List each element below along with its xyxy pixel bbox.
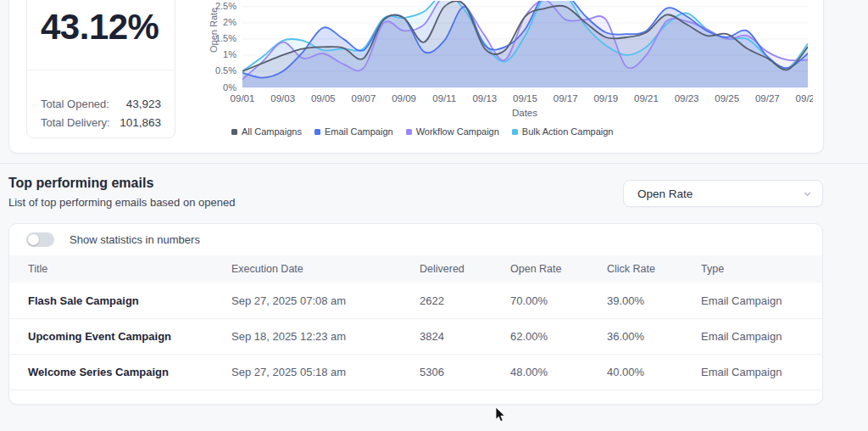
table-row[interactable]: Upcoming Event CampaignSep 18, 2025 12:2… xyxy=(9,318,822,354)
table-cell: 36.00% xyxy=(607,330,701,343)
show-statistics-toggle[interactable] xyxy=(26,232,54,247)
table-footer xyxy=(9,389,822,405)
column-header-delivered: Delivered xyxy=(420,263,510,275)
x-tick-label: 09/23 xyxy=(666,93,707,104)
y-tick-label: 0% xyxy=(196,82,236,93)
table-cell: 3824 xyxy=(420,330,510,343)
table-cell: 70.00% xyxy=(510,294,607,307)
table-cell: Email Campaign xyxy=(701,330,812,343)
section-subtitle: List of top performing emails based on o… xyxy=(8,196,235,209)
summary-divider xyxy=(27,70,175,70)
open-rate-summary-card: 43.12% Total Opened: 43,923 Total Delive… xyxy=(26,0,175,138)
table-cell: 48.00% xyxy=(510,366,607,378)
x-tick-label: 09/13 xyxy=(465,93,505,104)
legend-swatch xyxy=(231,129,237,135)
legend-item[interactable]: Email Campaign xyxy=(314,126,393,137)
table-cell: Sep 27, 2025 05:18 am xyxy=(231,366,420,378)
table-cell: Email Campaign xyxy=(701,366,812,378)
x-tick-label: 09/25 xyxy=(707,93,748,104)
legend-swatch xyxy=(314,129,320,135)
column-header-type: Type xyxy=(701,263,812,275)
open-rate-line-chart[interactable] xyxy=(242,1,808,89)
email-title-cell: Welcome Series Campaign xyxy=(28,366,231,378)
x-tick-label: 09/17 xyxy=(545,93,586,104)
legend-label: Email Campaign xyxy=(325,126,393,137)
metric-filter-dropdown[interactable]: Open Rate xyxy=(623,180,823,207)
legend-item[interactable]: Bulk Action Campaign xyxy=(512,126,614,137)
section-title: Top performing emails xyxy=(8,176,153,191)
table-body: Flash Sale CampaignSep 27, 2025 07:08 am… xyxy=(9,283,822,389)
total-delivery-label: Total Delivery: xyxy=(41,116,110,129)
table-cell: 5306 xyxy=(420,366,510,378)
email-title-cell: Upcoming Event Campaign xyxy=(28,330,231,343)
x-tick-label: 09/01 xyxy=(222,93,263,104)
x-tick-label: 09/29 xyxy=(787,93,813,104)
table-cell: 39.00% xyxy=(607,294,701,307)
email-title-cell: Flash Sale Campaign xyxy=(28,294,231,307)
x-tick-label: 09/05 xyxy=(303,93,343,104)
column-header-title: Title xyxy=(28,263,231,275)
column-header-open-rate: Open Rate xyxy=(510,263,607,275)
legend-item[interactable]: Workflow Campaign xyxy=(406,126,499,137)
metric-filter-value: Open Rate xyxy=(637,188,693,200)
x-tick-label: 09/03 xyxy=(263,93,303,104)
legend-swatch xyxy=(406,129,412,135)
section-divider xyxy=(0,163,868,164)
chevron-down-icon xyxy=(803,189,812,199)
dashboard-page: { "summary_card": { "open_rate_value": "… xyxy=(0,0,868,431)
legend-label: All Campaigns xyxy=(242,126,302,137)
toggle-knob xyxy=(28,234,39,245)
x-tick-label: 09/21 xyxy=(626,93,666,104)
mouse-cursor xyxy=(495,407,505,423)
y-tick-label: 1.5% xyxy=(196,33,236,44)
table-cell: 62.00% xyxy=(510,330,607,343)
column-header-execution-date: Execution Date xyxy=(231,263,420,275)
table-header-row: TitleExecution DateDeliveredOpen RateCli… xyxy=(9,255,822,283)
x-axis-ticks: 09/0109/0309/0509/0709/0909/1109/1309/15… xyxy=(9,93,813,105)
x-tick-label: 09/19 xyxy=(586,93,626,104)
legend-item[interactable]: All Campaigns xyxy=(231,126,302,137)
legend-label: Workflow Campaign xyxy=(416,126,499,137)
x-tick-label: 09/09 xyxy=(384,93,425,104)
table-cell: 40.00% xyxy=(607,366,701,378)
statistics-toggle-row: Show statistics in numbers xyxy=(9,224,822,255)
x-axis-title: Dates xyxy=(482,108,567,118)
total-delivery-row: Total Delivery: 101,863 xyxy=(27,114,175,131)
table-cell: Sep 18, 2025 12:23 am xyxy=(231,330,420,343)
x-tick-label: 09/07 xyxy=(343,93,384,104)
legend-swatch xyxy=(512,129,518,135)
table-cell: Email Campaign xyxy=(701,294,812,307)
total-delivery-value: 101,863 xyxy=(120,116,161,129)
table-row[interactable]: Flash Sale CampaignSep 27, 2025 07:08 am… xyxy=(9,283,822,318)
column-header-click-rate: Click Rate xyxy=(607,263,701,275)
y-tick-label: 2.5% xyxy=(196,1,236,12)
top-emails-table-card: Show statistics in numbers TitleExecutio… xyxy=(8,223,823,405)
legend-label: Bulk Action Campaign xyxy=(522,126,614,137)
chart-legend: All CampaignsEmail CampaignWorkflow Camp… xyxy=(231,126,613,137)
table-cell: 2622 xyxy=(420,294,510,307)
open-rate-value: 43.12% xyxy=(41,10,159,44)
x-tick-label: 09/15 xyxy=(505,93,546,104)
toggle-label: Show statistics in numbers xyxy=(70,233,200,246)
y-tick-label: 2% xyxy=(196,17,236,28)
y-tick-label: 0.5% xyxy=(196,65,236,76)
table-row[interactable]: Welcome Series CampaignSep 27, 2025 05:1… xyxy=(9,354,822,389)
x-tick-label: 09/11 xyxy=(424,93,465,104)
table-cell: Sep 27, 2025 07:08 am xyxy=(231,294,420,307)
x-tick-label: 09/27 xyxy=(747,93,787,104)
open-rate-analytics-card: 43.12% Total Opened: 43,923 Total Delive… xyxy=(8,0,824,154)
y-tick-label: 1% xyxy=(196,49,236,60)
